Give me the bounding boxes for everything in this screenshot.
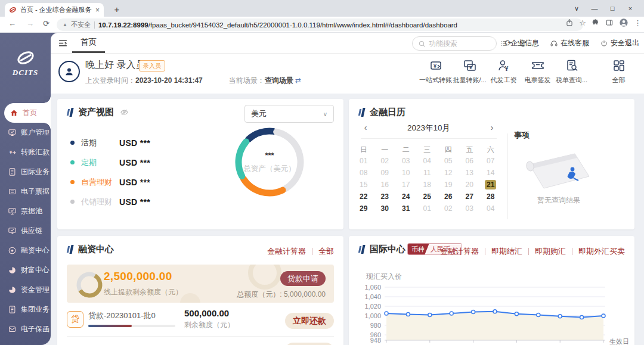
loan-apply-button[interactable]: 贷款申请 — [280, 271, 326, 286]
calendar-day[interactable]: 03 — [459, 203, 481, 215]
calendar-day[interactable]: 08 — [353, 167, 374, 179]
user-avatar[interactable] — [58, 61, 80, 82]
data-point[interactable] — [515, 312, 518, 316]
calendar-day[interactable]: 12 — [438, 167, 459, 179]
browser-tab[interactable]: 首页 - 企业综合金融服务平台 × — [5, 3, 104, 17]
repay-now-button[interactable]: 立即还款 — [285, 313, 334, 329]
reload-icon[interactable]: ⟳ — [43, 19, 49, 28]
sidebar-item-transfer-remit[interactable]: ¥转账汇款 — [0, 142, 51, 162]
window-close-icon[interactable]: × — [621, 0, 639, 17]
calendar-day[interactable]: 01 — [417, 203, 438, 215]
calendar-day[interactable]: 18 — [417, 179, 438, 191]
calendar-day[interactable]: 28 — [480, 191, 501, 203]
data-point[interactable] — [537, 313, 540, 316]
quick-action-batch-transfer[interactable]: ¥批量转账/... — [453, 58, 487, 85]
sidebar-item-funds-mgmt[interactable]: 资金管理 — [0, 280, 51, 300]
calendar-day[interactable]: 16 — [374, 179, 396, 191]
back-icon[interactable]: ← — [8, 19, 16, 28]
calendar-day[interactable]: 06 — [459, 155, 481, 167]
share-icon[interactable] — [565, 18, 574, 27]
sidebar-item-e-guarantee[interactable]: 电子保函 — [0, 319, 51, 339]
calendar-day[interactable]: 30 — [374, 203, 396, 215]
extensions-puzzle-icon[interactable] — [592, 18, 600, 27]
address-bar[interactable]: ▲ 不安全 10.7.19.22:8999/fpaas_bucket/94154… — [57, 18, 583, 31]
calendar-day[interactable]: 14 — [480, 167, 501, 179]
sidebar-item-international[interactable]: 国际业务 — [0, 162, 51, 182]
calendar-day[interactable]: 05 — [438, 155, 459, 167]
sidebar-item-bill-pool[interactable]: 票据池 — [0, 201, 51, 221]
data-point[interactable] — [493, 310, 497, 313]
calendar-day[interactable]: 17 — [395, 179, 417, 191]
calendar-day[interactable]: 03 — [395, 155, 417, 167]
sidebar-item-supply-chain[interactable]: 供应链 — [0, 221, 51, 241]
header-action-enterprise-info[interactable]: 企业信息 — [500, 38, 539, 48]
calendar-day[interactable]: 02 — [374, 155, 396, 167]
quick-action-tax-query[interactable]: 税单查询... — [555, 58, 589, 85]
data-point[interactable] — [472, 310, 475, 314]
calendar-day[interactable]: 10 — [395, 167, 417, 179]
calendar-day-today[interactable]: 21 — [480, 179, 501, 191]
header-action-online-service[interactable]: 在线客服 — [550, 38, 589, 48]
calendar-day[interactable]: 26 — [438, 191, 459, 203]
scene-switch-icon[interactable]: ⇄ — [295, 76, 301, 85]
collapse-menu-icon[interactable] — [58, 38, 68, 48]
data-point[interactable] — [602, 314, 605, 318]
new-tab-button[interactable]: + — [110, 2, 124, 17]
calendar-day[interactable]: 29 — [353, 203, 374, 215]
calendar-day[interactable]: 11 — [417, 167, 438, 179]
data-point[interactable] — [580, 315, 584, 319]
window-maximize-icon[interactable]: □ — [603, 0, 621, 17]
link-all[interactable]: 全部 — [318, 246, 334, 257]
menu-kebab-icon[interactable]: ⋮ — [634, 18, 642, 27]
calendar-day[interactable]: 13 — [459, 167, 481, 179]
calendar-day[interactable]: 15 — [353, 179, 374, 191]
tab-home[interactable]: 首页 — [72, 33, 105, 53]
profile-avatar-icon[interactable] — [619, 18, 628, 27]
security-label[interactable]: 不安全 — [71, 20, 91, 29]
window-minimize-icon[interactable]: — — [586, 0, 603, 17]
calendar-day[interactable]: 23 — [374, 191, 396, 203]
sidebar-item-home[interactable]: 首页 — [4, 103, 51, 123]
sidebar-item-group-business[interactable]: 集团业务 — [0, 300, 51, 319]
search-input[interactable] — [429, 39, 488, 48]
data-point[interactable] — [428, 313, 432, 316]
data-point[interactable] — [385, 312, 388, 315]
quick-action-one-stop-transfer[interactable]: ¥一站式转账 — [419, 58, 453, 85]
calendar-day[interactable]: 09 — [374, 167, 396, 179]
bookmark-star-icon[interactable]: ☆ — [579, 18, 586, 27]
ring-segment-剩余额度 — [79, 274, 95, 290]
list-icon — [500, 39, 508, 48]
calendar-day[interactable]: 19 — [438, 179, 459, 191]
eye-off-icon[interactable] — [120, 108, 129, 117]
calendar-day[interactable]: 20 — [459, 179, 481, 191]
quick-action-all[interactable]: 全部 — [602, 58, 636, 85]
header-action-safe-logout[interactable]: 安全退出 — [600, 38, 639, 48]
calendar-day[interactable]: 04 — [480, 203, 501, 215]
sidebar-item-financing-center[interactable]: 融资中心 — [0, 241, 51, 260]
calendar-day[interactable]: 07 — [480, 155, 501, 167]
sidebar-item-e-bill[interactable]: 电子票据 — [0, 182, 51, 201]
data-point[interactable] — [406, 313, 410, 316]
calendar-day[interactable]: 27 — [459, 191, 481, 203]
calendar-next-icon[interactable]: › — [487, 123, 497, 132]
window-chevron-icon[interactable]: ∨ — [568, 0, 586, 17]
currency-select[interactable]: 美元 ∨ — [244, 105, 334, 123]
sidebar-item-wealth-center[interactable]: 财富中心 — [0, 260, 51, 280]
batch-transfer-icon: ¥ — [463, 58, 477, 73]
calendar-day[interactable]: 04 — [417, 155, 438, 167]
quick-action-e-ticket-issue[interactable]: 电票签发 — [521, 58, 555, 85]
calendar-day[interactable]: 31 — [395, 203, 417, 215]
function-search[interactable] — [412, 36, 497, 51]
tab-close-icon[interactable]: × — [95, 6, 100, 14]
repay-now-button-clipped[interactable]: 立即还款 — [285, 343, 334, 345]
calendar-day[interactable]: 02 — [438, 203, 459, 215]
side-panel-icon[interactable] — [605, 18, 614, 27]
data-point[interactable] — [558, 315, 562, 318]
data-point[interactable] — [450, 312, 453, 315]
calendar-day[interactable]: 24 — [395, 191, 417, 203]
calendar-day[interactable]: 25 — [417, 191, 438, 203]
calendar-day[interactable]: 22 — [353, 191, 374, 203]
link-finance-calculator[interactable]: 金融计算器 — [267, 246, 306, 257]
calendar-day[interactable]: 01 — [353, 155, 374, 167]
quick-action-payroll[interactable]: ¥代发工资 — [487, 58, 521, 85]
